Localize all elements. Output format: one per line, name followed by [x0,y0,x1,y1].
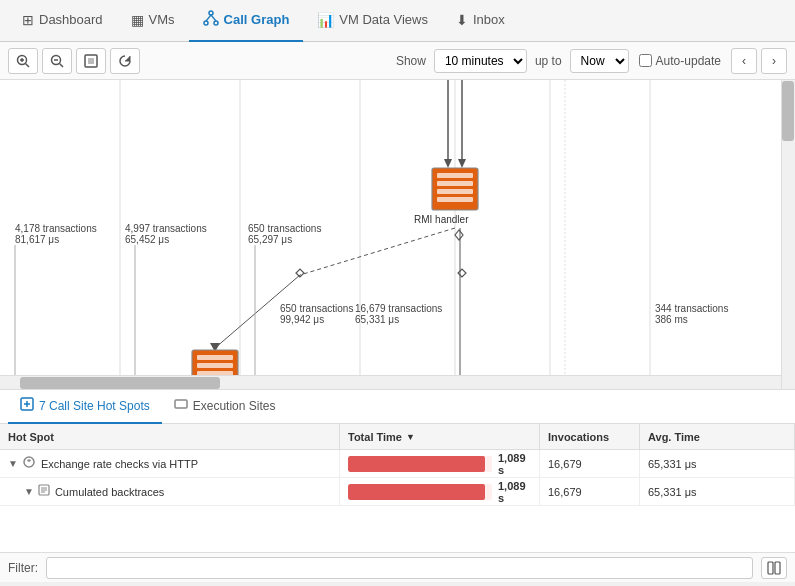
svg-point-1 [204,21,208,25]
upto-label: up to [535,54,562,68]
filter-label: Filter: [8,561,38,575]
prev-button[interactable]: ‹ [731,48,757,74]
svg-point-2 [214,21,218,25]
svg-rect-52 [437,181,473,186]
td-inv-1: 16,679 [540,450,640,477]
hot-spots-table: Hot Spot Total Time ▼ Invocations Avg. T… [0,424,795,552]
call-graph-svg: 4,178 transactions 81,617 μs 4,997 trans… [0,80,770,376]
svg-rect-54 [437,197,473,202]
bar-label-2: 1,089 s [498,480,531,504]
table-row[interactable]: ▼ Cumulated backtraces 1,089 s 16,679 65… [0,478,795,506]
th-avg: Avg. Time [640,424,795,449]
nav-vmdataviews[interactable]: 📊 VM Data Views [303,0,442,42]
now-select[interactable]: Now [570,49,629,73]
nav-callgraph[interactable]: Call Graph [189,0,304,42]
bottom-section: 7 Call Site Hot Spots Execution Sites Ho… [0,390,795,582]
svg-line-10 [60,63,64,67]
fit-button[interactable] [76,48,106,74]
nav-dashboard[interactable]: ⊞ Dashboard [8,0,117,42]
bar-fill-2 [348,484,485,500]
svg-line-4 [211,15,216,21]
bottom-tabs: 7 Call Site Hot Spots Execution Sites [0,390,795,424]
inbox-icon: ⬇ [456,12,468,28]
svg-text:65,297 μs: 65,297 μs [248,234,292,245]
td-avg-1: 65,331 μs [640,450,795,477]
tab-hotspots[interactable]: 7 Call Site Hot Spots [8,390,162,424]
svg-marker-23 [458,159,466,168]
vertical-scrollbar[interactable] [781,80,795,389]
svg-text:4,178 transactions: 4,178 transactions [15,223,97,234]
svg-text:4,997 transactions: 4,997 transactions [125,223,207,234]
auto-update-checkbox[interactable] [639,54,652,67]
th-hotspot: Hot Spot [0,424,340,449]
horizontal-scrollbar[interactable] [0,375,781,389]
svg-rect-58 [197,355,233,360]
svg-text:16,679 transactions: 16,679 transactions [355,303,442,314]
expand-arrow-2[interactable]: ▼ [24,486,34,497]
bar-label-1: 1,089 s [498,452,531,476]
vmdataviews-icon: 📊 [317,12,334,28]
bar-container-2 [348,484,492,500]
td-total-1: 1,089 s [340,450,540,477]
zoom-out-button[interactable] [42,48,72,74]
svg-marker-32 [296,269,304,277]
top-navigation: ⊞ Dashboard ▦ VMs Call Graph 📊 VM Data V… [0,0,795,42]
bar-container-1 [348,456,492,472]
td-total-2: 1,089 s [340,478,540,505]
reset-button[interactable] [110,48,140,74]
bar-fill-1 [348,456,485,472]
filter-input[interactable] [46,557,753,579]
svg-rect-51 [437,173,473,178]
next-button[interactable]: › [761,48,787,74]
svg-point-0 [209,11,213,15]
table-row[interactable]: ▼ Exchange rate checks via HTTP 1,089 s … [0,450,795,478]
filter-columns-button[interactable] [761,557,787,579]
auto-update-label[interactable]: Auto-update [639,54,721,68]
callgraph-icon [203,10,219,29]
svg-point-67 [24,457,34,467]
td-hotspot-2: ▼ Cumulated backtraces [0,478,340,505]
svg-text:99,942 μs: 99,942 μs [280,314,324,325]
vms-icon: ▦ [131,12,144,28]
svg-text:65,452 μs: 65,452 μs [125,234,169,245]
tab-execution[interactable]: Execution Sites [162,390,288,424]
td-hotspot-1: ▼ Exchange rate checks via HTTP [0,450,340,477]
sort-arrow: ▼ [406,432,415,442]
table-header: Hot Spot Total Time ▼ Invocations Avg. T… [0,424,795,450]
toolbar: Show 10 minutes 30 minutes 1 hour up to … [0,42,795,80]
expand-arrow-1[interactable]: ▼ [8,458,18,469]
execution-icon [174,397,188,414]
hotspots-icon [20,397,34,414]
td-avg-2: 65,331 μs [640,478,795,505]
svg-rect-59 [197,363,233,368]
zoom-in-button[interactable] [8,48,38,74]
svg-text:650 transactions: 650 transactions [248,223,321,234]
svg-rect-73 [775,562,780,574]
svg-text:RMI handler: RMI handler [414,214,469,225]
svg-text:386 ms: 386 ms [655,314,688,325]
svg-line-3 [206,15,211,21]
th-total[interactable]: Total Time ▼ [340,424,540,449]
svg-text:650 transactions: 650 transactions [280,303,353,314]
dashboard-icon: ⊞ [22,12,34,28]
hotspot-icon-2 [38,484,50,499]
svg-rect-13 [88,58,94,64]
svg-text:81,617 μs: 81,617 μs [15,234,59,245]
filter-bar: Filter: [0,552,795,582]
nav-vms[interactable]: ▦ VMs [117,0,189,42]
svg-text:344 transactions: 344 transactions [655,303,728,314]
svg-line-6 [26,63,30,67]
hotspot-icon-1 [22,455,36,472]
svg-rect-72 [768,562,773,574]
svg-line-24 [300,228,455,275]
svg-text:65,331 μs: 65,331 μs [355,314,399,325]
svg-marker-56 [455,230,463,240]
svg-marker-21 [444,159,452,168]
time-select[interactable]: 10 minutes 30 minutes 1 hour [434,49,527,73]
svg-rect-53 [437,189,473,194]
call-graph-area: 4,178 transactions 81,617 μs 4,997 trans… [0,80,795,390]
svg-rect-66 [175,400,187,408]
show-label: Show [396,54,426,68]
th-invocations: Invocations [540,424,640,449]
nav-inbox[interactable]: ⬇ Inbox [442,0,519,42]
